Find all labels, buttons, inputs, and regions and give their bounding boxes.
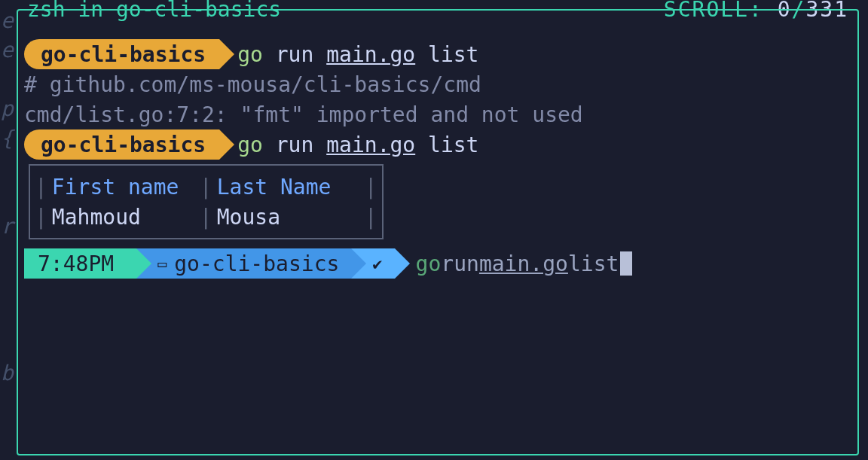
time-segment: 7:48PM xyxy=(24,248,136,279)
prompt-line-1: go-cli-basics go run main.go list xyxy=(24,39,851,69)
command-input[interactable]: go run main.go list xyxy=(416,249,633,279)
output-table: | First name | Last Name | | Mahmoud | M… xyxy=(29,164,384,239)
table-border: | xyxy=(360,203,382,232)
editor-gutter: e e p { r b xyxy=(0,0,17,460)
table-header-cell: Last Name xyxy=(217,172,360,202)
table-border: | xyxy=(195,172,217,202)
directory-name: go-cli-basics xyxy=(174,249,339,279)
cursor-icon xyxy=(620,251,632,276)
table-cell: Mousa xyxy=(217,203,360,232)
compiler-error-line: cmd/list.go:7:2: "fmt" imported and not … xyxy=(24,99,851,129)
terminal-output[interactable]: go-cli-basics go run main.go list # gith… xyxy=(18,11,857,285)
table-row: | Mahmoud | Mousa | xyxy=(30,202,382,232)
cwd-badge: go-cli-basics xyxy=(24,39,219,69)
table-border: | xyxy=(30,172,52,202)
powerline-prompt[interactable]: 7:48PM ▭ go-cli-basics ✔ go run main.go … xyxy=(24,248,851,279)
table-cell: Mahmoud xyxy=(52,203,195,232)
check-icon: ✔ xyxy=(372,249,382,279)
folder-icon: ▭ xyxy=(157,249,167,279)
compiler-package-line: # github.com/ms-mousa/cli-basics/cmd xyxy=(24,69,851,99)
command-text: go run main.go list xyxy=(237,40,478,69)
clock-time: 7:48PM xyxy=(38,249,114,279)
table-border: | xyxy=(195,203,217,232)
cwd-badge: go-cli-basics xyxy=(24,129,219,160)
prompt-line-2: go-cli-basics go run main.go list xyxy=(24,129,851,160)
table-border: | xyxy=(360,172,382,202)
table-header-cell: First name xyxy=(52,172,195,202)
terminal-pane[interactable]: go-cli-basics go run main.go list # gith… xyxy=(17,9,859,455)
command-text: go run main.go list xyxy=(237,130,478,160)
table-border: | xyxy=(30,203,52,232)
directory-segment: ▭ go-cli-basics xyxy=(136,248,351,279)
table-header-row: | First name | Last Name | xyxy=(30,172,382,202)
